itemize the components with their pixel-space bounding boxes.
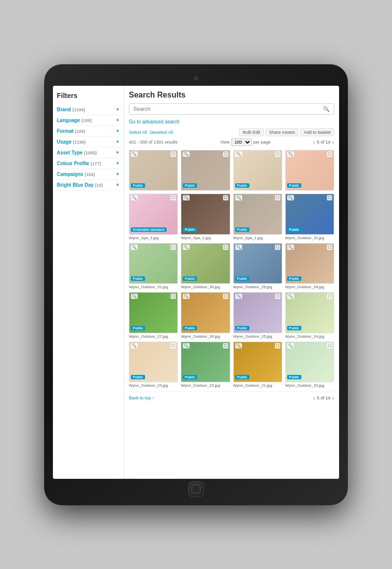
checkbox-icon[interactable]: ☐ [223,343,228,348]
bottom-bar: Back to top ↑ ‹ 5 of 14 › [129,392,334,401]
search-input[interactable] [133,106,323,112]
zoom-icon[interactable]: 🔍 [183,151,190,157]
zoom-icon[interactable]: 🔍 [287,245,294,250]
image-card[interactable]: 🔍 ☐ Public Wynn_Outdoor_26.jpg [181,292,230,339]
image-card[interactable]: 🔍 ☐ Public Wynn_Spa_2.jpg [181,194,230,240]
image-card[interactable]: 🔍 ☐ Public Wynn_Outdoor_28.jpg [285,243,334,290]
next-page-bottom-button[interactable]: › [332,395,334,401]
image-card[interactable]: 🔍 ☐ Public Wynn_Outdoor_23.jpg [129,342,178,388]
checkbox-icon[interactable]: ☐ [275,294,280,299]
home-button[interactable] [188,481,204,497]
image-card[interactable]: 🔍 ☐ Public Wynn_Outdoor_21.jpg [233,342,282,388]
zoom-icon[interactable]: 🔍 [131,151,138,157]
image-name: Wynn_Outdoor_26.jpg [181,334,230,339]
zoom-icon[interactable]: 🔍 [287,294,294,299]
filter-arrow-icon: ▼ [116,107,120,112]
image-card[interactable]: 🔍 ☐ Public Wynn_Outdoor_20.jpg [285,342,334,388]
filter-item-asset-type[interactable]: Asset Type (1093) ▼ [57,148,120,158]
zoom-icon[interactable]: 🔍 [183,294,190,299]
checkbox-icon[interactable]: ☐ [171,294,176,299]
status-badge: Public [287,276,301,281]
image-thumbnail: 🔍 ☐ Public [233,243,282,284]
image-card[interactable]: 🔍 ☐ Public Wynn_Outdoor_30.jpg [181,243,230,290]
image-card[interactable]: 🔍 ☐ Orderable standard Wynn_Spa_3.jpg [129,194,178,240]
filter-item-bright-blue-day[interactable]: Bright Blue Day (10) ▼ [57,180,120,191]
zoom-icon[interactable]: 🔍 [235,151,242,157]
image-name: Wynn_Spa_1.jpg [233,236,282,240]
advanced-search-link[interactable]: Go to advanced search [129,119,179,124]
image-card[interactable]: 🔍 ☐ Public Wynn_Outdoor_31.jpg [129,243,178,290]
checkbox-icon[interactable]: ☐ [327,151,332,157]
checkbox-icon[interactable]: ☐ [171,343,176,348]
image-card[interactable]: 🔍 ☐ Public [181,150,230,191]
image-thumbnail: 🔍 ☐ Public [129,342,178,383]
checkbox-icon[interactable]: ☐ [223,151,228,157]
image-name: Wynn_Outdoor_20.jpg [285,383,334,388]
zoom-icon[interactable]: 🔍 [235,245,242,250]
filter-label: Colour Profile (177) [57,161,101,166]
image-card[interactable]: 🔍 ☐ Public Wynn_Outdoor_29.jpg [233,243,282,290]
search-icon[interactable]: 🔍 [323,106,330,112]
filter-arrow-icon: ▼ [116,118,120,123]
per-page-label: per page [253,140,271,145]
add-to-basket-button[interactable]: Add to basket [300,128,334,136]
zoom-icon[interactable]: 🔍 [131,294,138,299]
per-page-select[interactable]: 100 50 25 [231,138,252,146]
checkbox-icon[interactable]: ☐ [223,195,228,200]
share-assets-button[interactable]: Share Assets [266,128,298,136]
select-all-button[interactable]: Select All [129,130,147,135]
image-card[interactable]: 🔍 ☐ Public [129,150,178,191]
next-page-button[interactable]: › [332,139,334,145]
zoom-icon[interactable]: 🔍 [287,195,294,200]
checkbox-icon[interactable]: ☐ [275,195,280,200]
back-to-top-link[interactable]: Back to top ↑ [129,396,154,400]
prev-page-button[interactable]: ‹ [313,139,315,145]
zoom-icon[interactable]: 🔍 [287,151,294,157]
zoom-icon[interactable]: 🔍 [287,343,294,348]
image-card[interactable]: 🔍 ☐ Public [233,150,282,191]
filter-item-format[interactable]: Format (189) ▼ [57,126,120,137]
checkbox-icon[interactable]: ☐ [171,195,176,200]
checkbox-icon[interactable]: ☐ [327,245,332,250]
checkbox-icon[interactable]: ☐ [223,245,228,250]
checkbox-icon[interactable]: ☐ [171,245,176,250]
filter-item-colour-profile[interactable]: Colour Profile (177) ▼ [57,158,120,169]
image-name: Wynn_Outdoor_28.jpg [285,285,334,289]
image-card[interactable]: 🔍 ☐ Public Wynn_Spa_1.jpg [233,194,282,240]
zoom-icon[interactable]: 🔍 [131,245,138,250]
image-card[interactable]: 🔍 ☐ Public Wynn_Outdoor_22.jpg [181,342,230,388]
zoom-icon[interactable]: 🔍 [235,294,242,299]
zoom-icon[interactable]: 🔍 [183,245,190,250]
filter-item-brand[interactable]: Brand (1194) ▼ [57,104,120,115]
checkbox-icon[interactable]: ☐ [327,343,332,348]
checkbox-icon[interactable]: ☐ [275,245,280,250]
zoom-icon[interactable]: 🔍 [183,343,190,348]
checkbox-icon[interactable]: ☐ [275,343,280,348]
checkbox-icon[interactable]: ☐ [223,294,228,299]
image-card[interactable]: 🔍 ☐ Public Wynn_Outdoor_25.jpg [233,292,282,339]
image-name: Wynn_Outdoor_30.jpg [181,285,230,289]
image-card[interactable]: 🔍 ☐ Public Wynn_Outdoor_32.jpg [285,194,334,240]
deselect-all-button[interactable]: Deselect All [150,130,173,135]
results-info: 401 - 500 of 1301 results View 100 50 25… [129,138,334,146]
zoom-icon[interactable]: 🔍 [235,195,242,200]
checkbox-icon[interactable]: ☐ [327,294,332,299]
checkbox-icon[interactable]: ☐ [327,195,332,200]
zoom-icon[interactable]: 🔍 [235,343,242,348]
prev-page-bottom-button[interactable]: ‹ [313,395,315,401]
toolbar: Select All Deselect All Bulk Edit Share … [129,128,334,136]
zoom-icon[interactable]: 🔍 [183,195,190,200]
image-card[interactable]: 🔍 ☐ Public Wynn_Outdoor_27.jpg [129,292,178,339]
filter-label: Bright Blue Day (10) [57,182,103,188]
zoom-icon[interactable]: 🔍 [131,195,138,200]
checkbox-icon[interactable]: ☐ [275,151,280,157]
bulk-edit-button[interactable]: Bulk Edit [239,128,264,136]
checkbox-icon[interactable]: ☐ [171,151,176,157]
image-thumbnail: 🔍 ☐ Public [285,194,334,235]
filter-item-campaigns[interactable]: Campaigns (164) ▼ [57,169,120,180]
filter-item-usage[interactable]: Usage (1196) ▼ [57,137,120,148]
zoom-icon[interactable]: 🔍 [131,343,138,348]
image-card[interactable]: 🔍 ☐ Public [285,150,334,191]
image-card[interactable]: 🔍 ☐ Public Wynn_Outdoor_24.jpg [285,292,334,339]
filter-item-language[interactable]: Language (199) ▼ [57,115,120,126]
